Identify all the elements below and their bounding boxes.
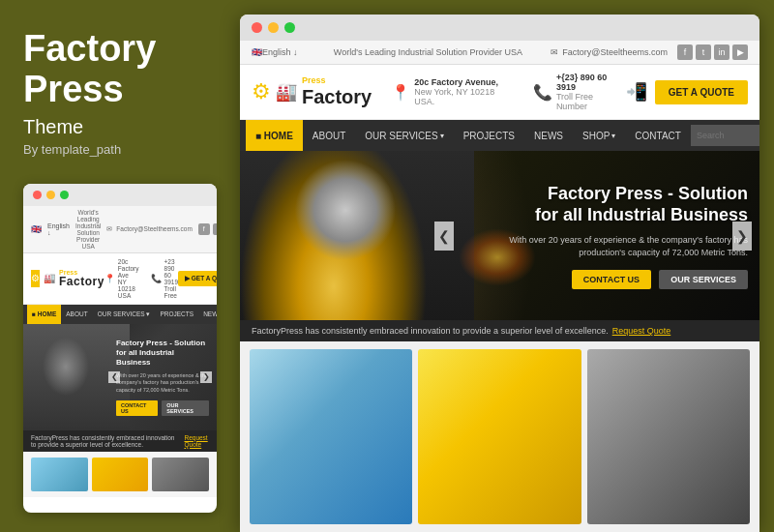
main-social-icons: f t in ▶ (677, 44, 748, 60)
main-banner-link[interactable]: Request Quote (612, 326, 671, 336)
main-thumbnail-industrial (418, 349, 580, 524)
mini-settings-icon[interactable]: ⚙ (31, 270, 40, 287)
main-phone-info: 📞 +{23} 890 60 3919 Troll Free Number (533, 73, 626, 111)
mini-hero-buttons: CONTACT US OUR SERVICES (116, 400, 209, 416)
mini-location-icon: 📍 (104, 274, 115, 283)
shop-dropdown-arrow: ▾ (611, 132, 615, 140)
main-language[interactable]: English ↓ (262, 47, 298, 57)
main-services-button[interactable]: OUR SERVICES (659, 270, 748, 289)
main-thumbnail-wind (250, 349, 412, 524)
main-search-input[interactable] (691, 125, 759, 146)
mini-nav-about[interactable]: ABOUT (61, 305, 92, 324)
mini-language[interactable]: English ↓ (47, 222, 70, 236)
mini-thumbnail-2 (92, 458, 149, 491)
sidebar: FactoryPress Theme By template_path 🇬🇧 E… (0, 0, 240, 532)
main-hero: Factory Press - Solutionfor all Industri… (240, 151, 759, 320)
mini-banner-link[interactable]: Request Quote (184, 434, 209, 448)
mini-header: ⚙ 🏭 Press Factory 📍 20c Factory AveNY 10… (23, 253, 217, 305)
main-phone-text: +{23} 890 60 3919 Troll Free Number (556, 73, 626, 111)
sidebar-subtitle: Theme (23, 116, 217, 138)
mini-thumbnail-1 (31, 458, 88, 491)
mini-browser-preview: 🇬🇧 English ↓ World's Leading Industrial … (23, 184, 217, 513)
main-hero-prev-arrow[interactable]: ❮ (434, 222, 454, 251)
main-address-info: 📍 20c Factory Avenue, New York, NY 10218… (391, 73, 514, 111)
main-nav-home[interactable]: ■ HOME (246, 120, 303, 151)
main-hero-next-arrow[interactable]: ❯ (732, 222, 752, 251)
main-location-icon: 📍 (391, 83, 410, 102)
mini-phone-icon: 📞 (151, 274, 162, 283)
mini-contact-button[interactable]: CONTACT US (116, 400, 158, 416)
mini-banner: FactoryPress has consistently embraced i… (23, 430, 217, 452)
sidebar-title: FactoryPress (23, 29, 217, 110)
main-thumbnail-workers (587, 349, 750, 524)
mini-facebook-icon[interactable]: f (198, 223, 210, 235)
main-logo-press-text: Press (302, 76, 372, 86)
mini-services-button[interactable]: OUR SERVICES (162, 400, 209, 416)
main-phone-icon: 📞 (533, 83, 552, 102)
main-nav-news[interactable]: NEWS (524, 120, 573, 151)
mini-hero-prev-arrow[interactable]: ❮ (108, 371, 120, 383)
mini-hero-next-arrow[interactable]: ❯ (200, 371, 212, 383)
main-hero-subtitle: With over 20 years of experience & the c… (478, 234, 748, 260)
mini-logo-factory: Factory (59, 276, 104, 287)
mini-flag-icon: 🇬🇧 (31, 224, 42, 234)
main-twitter-icon[interactable]: t (696, 44, 711, 60)
main-contact-icon[interactable]: 📲 (626, 81, 647, 103)
main-nav-contact[interactable]: CONTACT (625, 120, 691, 151)
mini-dot-yellow (46, 191, 55, 199)
main-logo-area: ⚙ 🏭 Press Factory (252, 76, 372, 107)
main-linkedin-icon[interactable]: in (714, 44, 729, 60)
main-dot-yellow (268, 22, 279, 33)
mini-dot-red (33, 191, 42, 199)
mini-nav-services[interactable]: OUR SERVICES ▾ (93, 305, 156, 324)
mini-tagline: World's Leading Industrial Solution Prov… (75, 209, 101, 250)
services-dropdown-arrow: ▾ (440, 132, 444, 140)
main-phone-number: +{23} 890 60 3919 (556, 73, 626, 92)
main-contact-button[interactable]: CONTACT US (572, 270, 651, 289)
mini-hero-subtitle: With over 20 years of experience & the c… (116, 372, 209, 395)
mini-phone-item: 📞 +23 890 60 3919Troll Free (151, 258, 178, 299)
mini-content: 🇬🇧 English ↓ World's Leading Industrial … (23, 206, 217, 513)
main-gear-icon: ⚙ (252, 79, 271, 104)
mini-social-icons: f t in ▶ (198, 223, 217, 235)
mini-address-item: 📍 20c Factory AveNY 10218 USA (104, 258, 139, 299)
mini-phone-text: +23 890 60 3919Troll Free (164, 258, 178, 299)
main-thumbnails (240, 341, 759, 532)
main-youtube-icon[interactable]: ▶ (732, 44, 748, 60)
mini-nav-home[interactable]: ■ HOME (27, 305, 61, 324)
mini-hero-title: Factory Press - Solution for all Industr… (116, 338, 209, 368)
mini-logo-area: 🏭 Press Factory (44, 269, 104, 287)
main-phone-sub: Troll Free Number (556, 92, 626, 111)
main-nav-projects[interactable]: PROJECTS (454, 120, 524, 151)
main-header: ⚙ 🏭 Press Factory 📍 20c Factory Avenue, … (240, 65, 759, 120)
main-banner-text: FactoryPress has consistently embraced i… (252, 326, 609, 336)
mini-header-info: 📍 20c Factory AveNY 10218 USA 📞 +23 890 … (104, 258, 178, 299)
main-nav-about[interactable]: ABOUT (303, 120, 355, 151)
main-header-info: 📍 20c Factory Avenue, New York, NY 10218… (391, 73, 626, 111)
mini-twitter-icon[interactable]: t (213, 223, 217, 235)
mini-email: ✉ Factory@Steeltheems.com (106, 225, 193, 233)
main-address-line1: 20c Factory Avenue, (414, 77, 514, 87)
main-quote-button[interactable]: GET A QUOTE (655, 80, 748, 104)
mini-nav-projects[interactable]: PROJECTS (155, 305, 198, 324)
main-top-bar-right: ✉ Factory@Steeltheems.com f t in ▶ (551, 44, 748, 60)
main-nav-search: 🔍 (691, 125, 759, 146)
main-content: 🇬🇧 English ↓ World's Leading Industrial … (240, 41, 759, 532)
mini-nav-news[interactable]: NEWS (198, 305, 217, 324)
main-email-icon: ✉ (551, 47, 558, 57)
main-logo-text: Press Factory (302, 76, 372, 107)
main-hero-text: Factory Press - Solutionfor all Industri… (478, 183, 748, 289)
main-nav-services[interactable]: OUR SERVICES ▾ (355, 120, 453, 151)
main-top-bar: 🇬🇧 English ↓ World's Leading Industrial … (240, 41, 759, 65)
main-dot-red (252, 22, 262, 33)
mini-nav: ■ HOME ABOUT OUR SERVICES ▾ PROJECTS NEW… (23, 305, 217, 324)
main-header-actions: 📲 GET A QUOTE (626, 80, 748, 104)
main-email-text: Factory@Steeltheems.com (562, 47, 668, 57)
main-dot-green (284, 22, 295, 33)
mini-dot-green (60, 191, 69, 199)
main-facebook-icon[interactable]: f (677, 44, 693, 60)
mini-email-text: Factory@Steeltheems.com (116, 225, 193, 232)
sidebar-author: By template_path (23, 142, 217, 157)
main-nav-shop[interactable]: SHOP ▾ (573, 120, 625, 151)
mini-quote-button[interactable]: ▶ GET A QUOTE (178, 271, 217, 286)
